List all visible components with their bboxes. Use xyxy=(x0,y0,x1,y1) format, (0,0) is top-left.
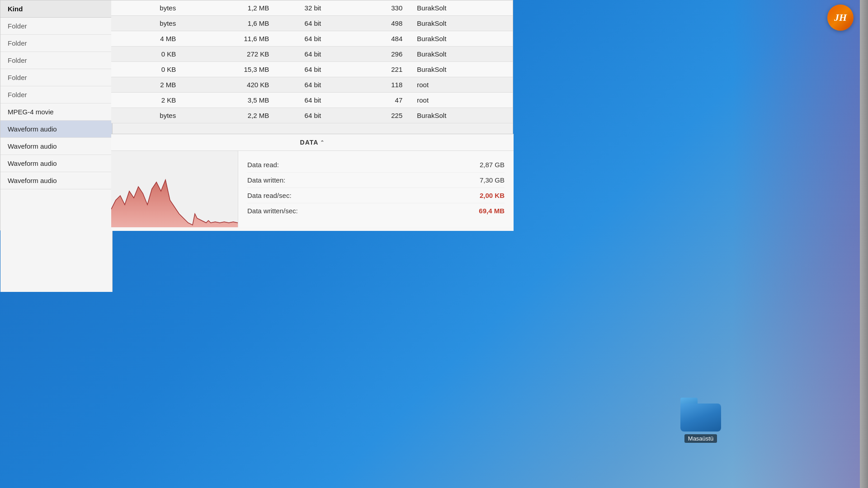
table-row[interactable]: 2 KB 3,5 MB 64 bit 47 root xyxy=(111,93,513,108)
sidebar-header: Kind xyxy=(0,0,112,18)
data-written-label: Data written: xyxy=(247,176,285,184)
logo-text: JH xyxy=(834,12,847,23)
main-window: Kind Folder Folder Folder Folder Folder … xyxy=(0,0,513,230)
table-row[interactable]: bytes 1,2 MB 32 bit 330 BurakSolt xyxy=(111,0,513,16)
data-read-label: Data read: xyxy=(247,161,279,169)
table-row[interactable]: bytes 1,6 MB 64 bit 498 BurakSolt xyxy=(111,16,513,31)
folder-label: Masaüstü xyxy=(684,434,717,443)
table-row[interactable]: 2 MB 420 KB 64 bit 118 root xyxy=(111,77,513,93)
data-read-sec-label: Data read/sec: xyxy=(247,192,292,199)
sidebar-item-waveform-2[interactable]: Waveform audio xyxy=(0,138,112,155)
sidebar-item-mpeg4[interactable]: MPEG-4 movie xyxy=(0,103,112,121)
data-read-value: 2,87 GB xyxy=(480,161,505,169)
data-content: Data read: 2,87 GB Data written: 7,30 GB… xyxy=(111,151,514,227)
data-panel-header: DATA ⌃ xyxy=(111,134,514,151)
data-written-sec-label: Data written/sec: xyxy=(247,207,298,215)
table-row[interactable]: 4 MB 11,6 MB 64 bit 484 BurakSolt xyxy=(111,31,513,47)
data-panel: DATA ⌃ xyxy=(111,134,514,231)
file-table: bytes 1,2 MB 32 bit 330 BurakSolt bytes … xyxy=(111,0,513,123)
table-area: bytes 1,2 MB 32 bit 330 BurakSolt bytes … xyxy=(111,0,513,131)
table-row[interactable]: 0 KB 272 KB 64 bit 296 BurakSolt xyxy=(111,47,513,62)
sidebar-item-waveform-4[interactable]: Waveform audio xyxy=(0,172,112,189)
data-chart xyxy=(111,155,238,227)
logo: JH xyxy=(827,5,854,32)
desktop-folder-icon[interactable]: Masaüstü xyxy=(674,398,728,443)
sidebar-item-folder-5[interactable]: Folder xyxy=(0,86,112,103)
chart-area xyxy=(111,151,238,227)
folder-body xyxy=(680,404,721,432)
stat-row-data-read-sec: Data read/sec: 2,00 KB xyxy=(247,188,505,203)
sidebar-item-folder-2[interactable]: Folder xyxy=(0,35,112,52)
sidebar-item-folder-1[interactable]: Folder xyxy=(0,18,112,35)
table-row[interactable]: bytes 2,2 MB 64 bit 225 BurakSolt xyxy=(111,108,513,123)
sidebar-item-waveform-3[interactable]: Waveform audio xyxy=(0,155,112,172)
stat-row-data-written: Data written: 7,30 GB xyxy=(247,173,505,188)
sort-arrows-icon[interactable]: ⌃ xyxy=(320,140,325,145)
data-written-sec-value: 69,4 MB xyxy=(479,207,505,215)
sidebar-item-folder-4[interactable]: Folder xyxy=(0,69,112,86)
sidebar-item-waveform-1[interactable]: Waveform audio xyxy=(0,121,112,138)
folder-icon-graphic xyxy=(680,398,721,432)
table-row[interactable]: 0 KB 15,3 MB 64 bit 221 BurakSolt xyxy=(111,62,513,77)
sidebar: Kind Folder Folder Folder Folder Folder … xyxy=(0,0,113,292)
stats-panel: Data read: 2,87 GB Data written: 7,30 GB… xyxy=(238,151,514,227)
stat-row-data-read: Data read: 2,87 GB xyxy=(247,157,505,173)
data-read-sec-value: 2,00 KB xyxy=(480,192,505,199)
data-label: DATA xyxy=(300,139,319,146)
sidebar-item-folder-3[interactable]: Folder xyxy=(0,52,112,69)
right-edge-bar xyxy=(860,0,868,488)
stat-row-data-written-sec: Data written/sec: 69,4 MB xyxy=(247,203,505,218)
logo-circle: JH xyxy=(827,5,854,31)
data-written-value: 7,30 GB xyxy=(480,176,505,184)
